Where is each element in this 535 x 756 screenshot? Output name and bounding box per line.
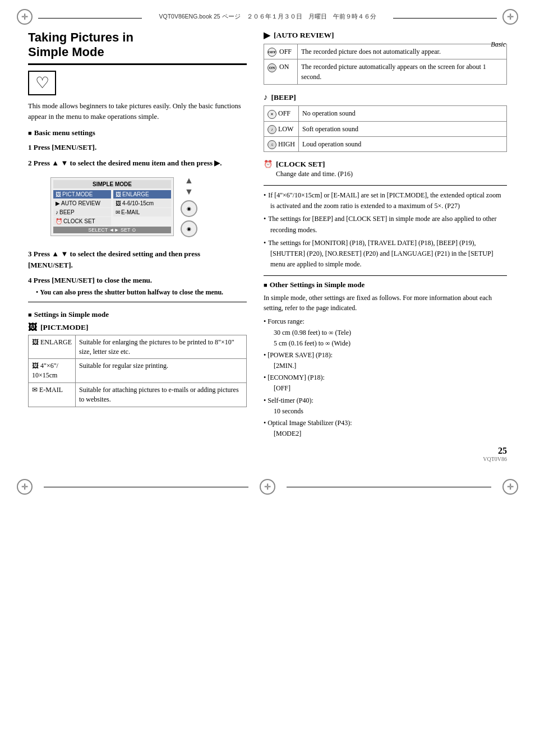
nav-circle-bottom: ◉: [181, 220, 197, 237]
table-desc-cell: The recorded picture automatically appea…: [298, 59, 507, 85]
other-settings-list: Forcus range: 30 cm (0.98 feet) to ∞ (Te…: [264, 316, 507, 439]
step-4: 4 Press [MENU/SET] to close the menu. • …: [28, 275, 247, 297]
down-arrow-icon: ▼: [185, 187, 193, 197]
clock-set-section: ⏰ [CLOCK SET] Change date and time. (P16…: [264, 160, 507, 178]
table-icon-cell: ♫ HIGH: [264, 136, 299, 151]
table-desc-cell: No operation sound: [299, 106, 507, 121]
list-item: Forcus range: 30 cm (0.98 feet) to ∞ (Te…: [264, 316, 507, 349]
step-4-sub: • You can also press the shutter button …: [28, 287, 247, 297]
beep-low-icon: ♪: [268, 125, 276, 134]
list-item: If [4"×6"/10×15cm] or [E-MAIL] are set i…: [264, 190, 507, 211]
nav-circle-top: ◉: [181, 200, 197, 217]
menu-mockup: SIMPLE MODE 🖼 PICT.MODE ▶ AUTO REVIEW ♪ …: [50, 177, 174, 236]
list-item: The settings for [BEEP] and [CLOCK SET] …: [264, 214, 507, 235]
beep-high-icon: ♫: [268, 140, 276, 149]
other-settings-section: Other Settings in Simple mode In simple …: [264, 280, 507, 439]
page-number: 25: [483, 446, 507, 456]
table-icon-cell: ON ON: [264, 59, 298, 85]
step-1: 1 Press [MENU/SET].: [28, 142, 247, 153]
left-column: Taking Pictures inSimple Mode ♡ This mod…: [28, 30, 247, 440]
table-desc-cell: The recorded picture does not automatica…: [298, 44, 507, 59]
table-row: 🖼 4"×6"/10×15cm Suitable for regular siz…: [29, 359, 247, 383]
table-desc-cell: Suitable for attaching pictures to e-mai…: [76, 382, 247, 407]
pict-mode-table: 🖼 ENLARGE Suitable for enlarging the pic…: [28, 335, 247, 407]
beep-off-icon: ✕: [268, 110, 276, 119]
table-row: OFF OFF The recorded picture does not au…: [264, 44, 507, 59]
reg-mark-top-right: ✛: [502, 9, 518, 25]
off-icon: OFF: [268, 48, 276, 57]
list-item: The settings for [MONITOR] (P18), [TRAVE…: [264, 238, 507, 270]
pict-mode-heading: 🖼 [PICT.MODE]: [28, 322, 247, 333]
main-content: Taking Pictures inSimple Mode ♡ This mod…: [0, 30, 535, 440]
right-bullets: If [4"×6"/10×15cm] or [E-MAIL] are set i…: [264, 190, 507, 270]
reg-mark-bottom-right: ✛: [502, 479, 518, 495]
auto-review-table: OFF OFF The recorded picture does not au…: [264, 44, 507, 85]
menu-item-46: 🖼 4-6/10-15cm: [113, 199, 171, 208]
beep-table: ✕ OFF No operation sound ♪ LOW Soft oper…: [264, 105, 507, 152]
table-desc-cell: Soft operation sound: [299, 121, 507, 136]
table-desc-cell: Suitable for enlarging the pictures to b…: [76, 335, 247, 359]
menu-row-1: 🖼 PICT.MODE ▶ AUTO REVIEW ♪ BEEP ⏰ CLOCK…: [53, 190, 171, 226]
table-row: ✉ E-MAIL Suitable for attaching pictures…: [29, 382, 247, 407]
menu-item-pictmode: 🖼 PICT.MODE: [53, 190, 111, 199]
reg-mark-top-left: ✛: [17, 9, 33, 25]
table-icon-cell: ✉ E-MAIL: [29, 382, 76, 407]
auto-review-title: ▶ [AUTO REVIEW]: [264, 30, 507, 40]
menu-title: SIMPLE MODE: [53, 180, 171, 188]
category-label: Basic: [491, 40, 506, 49]
intro-text: This mode allows beginners to take pictu…: [28, 101, 247, 122]
list-item: [POWER SAVE] (P18): [2MIN.]: [264, 350, 507, 371]
other-settings-intro: In simple mode, other settings are fixed…: [264, 293, 507, 313]
page-title: Taking Pictures inSimple Mode: [28, 30, 247, 65]
table-row: ✕ OFF No operation sound: [264, 106, 507, 121]
menu-item-clockset: ⏰ CLOCK SET: [53, 217, 111, 225]
table-icon-cell: 🖼 ENLARGE: [29, 335, 76, 359]
menu-item-enlarge: 🖼 ENLARGE: [113, 190, 171, 199]
table-row: ♪ LOW Soft operation sound: [264, 121, 507, 136]
table-desc-cell: Suitable for regular size printing.: [76, 359, 247, 383]
clock-set-title: ⏰ [CLOCK SET]: [264, 160, 507, 169]
auto-review-icon: ▶: [264, 30, 270, 40]
beep-icon: ♪: [264, 93, 268, 102]
clock-set-desc: Change date and time. (P16): [276, 170, 507, 178]
page-number-area: 25 VQT0V86: [0, 440, 535, 462]
table-icon-cell: ♪ LOW: [264, 121, 299, 136]
menu-item-beep: ♪ BEEP: [53, 208, 111, 216]
menu-mockup-wrapper: SIMPLE MODE 🖼 PICT.MODE ▶ AUTO REVIEW ♪ …: [50, 173, 174, 241]
header-text: VQT0V86ENG.book 25 ページ ２０６年１月３０日 月曜日 午前９…: [147, 13, 387, 21]
table-icon-cell: OFF OFF: [264, 44, 298, 59]
auto-review-section: ▶ [AUTO REVIEW] OFF OFF The recorded pic…: [264, 30, 507, 85]
up-arrow-icon: ▲: [185, 176, 193, 186]
table-icon-cell: 🖼 4"×6"/10×15cm: [29, 359, 76, 383]
bottom-area: ✛ ✛ ✛: [0, 468, 535, 506]
reg-mark-bottom-left: ✛: [17, 479, 33, 495]
right-column: ▶ [AUTO REVIEW] OFF OFF The recorded pic…: [264, 30, 507, 440]
menu-footer: SELECT ◄► SET ⊙: [53, 227, 171, 233]
list-item: Self-timer (P40): 10 seconds: [264, 395, 507, 417]
settings-header: Settings in Simple mode: [28, 310, 247, 319]
table-row: ♫ HIGH Loud operation sound: [264, 136, 507, 151]
table-icon-cell: ✕ OFF: [264, 106, 299, 121]
menu-item-autoreview: ▶ AUTO REVIEW: [53, 199, 111, 208]
list-item: Optical Image Stabilizer (P43): [MODE2]: [264, 418, 507, 439]
step-3: 3 Press ▲ ▼ to select the desired settin…: [28, 248, 247, 270]
page-code: VQT0V86: [483, 456, 507, 462]
on-icon: ON: [268, 63, 276, 72]
beep-title: ♪ [BEEP]: [264, 93, 507, 102]
reg-mark-bottom-center: ✛: [260, 479, 275, 495]
menu-item-email: ✉ E-MAIL: [113, 208, 171, 216]
table-desc-cell: Loud operation sound: [299, 136, 507, 151]
table-row: ON ON The recorded picture automatically…: [264, 59, 507, 85]
beep-section: ♪ [BEEP] ✕ OFF No operation sound ♪ LOW: [264, 93, 507, 152]
basic-menu-settings-header: Basic menu settings: [28, 128, 247, 137]
other-settings-title: Other Settings in Simple mode: [264, 280, 507, 289]
step-2: 2 Press ▲ ▼ to select the desired menu i…: [28, 158, 247, 169]
table-row: 🖼 ENLARGE Suitable for enlarging the pic…: [29, 335, 247, 359]
simple-mode-icon: ♡: [28, 71, 56, 95]
clock-icon: ⏰: [264, 160, 273, 169]
list-item: [ECONOMY] (P18): [OFF]: [264, 372, 507, 394]
page-outer: ✛ VQT0V86ENG.book 25 ページ ２０６年１月３０日 月曜日 午…: [0, 0, 535, 756]
